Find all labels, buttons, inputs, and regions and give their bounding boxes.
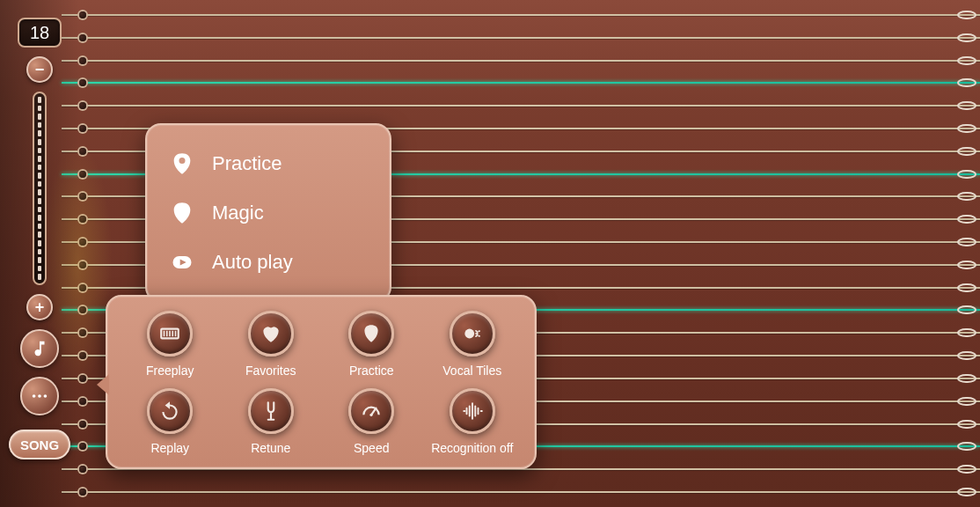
- more-dots-icon: [30, 386, 49, 406]
- mode-label: Auto play: [212, 251, 293, 274]
- binding-ring: [957, 192, 976, 201]
- volume-segment: [38, 274, 41, 280]
- binding-ring: [957, 33, 976, 42]
- string[interactable]: [62, 82, 980, 84]
- string[interactable]: [62, 60, 980, 62]
- binding-ring: [957, 124, 976, 133]
- volume-segment: [38, 156, 41, 162]
- binding-ring: [957, 283, 976, 292]
- settings-toolbar: Freeplay Favorites Practice Vocal Tiles …: [106, 295, 537, 469]
- volume-segment: [38, 97, 41, 103]
- binding-ring: [957, 305, 976, 314]
- tool-retune[interactable]: Retune: [221, 388, 322, 455]
- replay-icon: [158, 400, 181, 422]
- volume-segment: [38, 207, 41, 213]
- svg-point-2: [44, 394, 48, 398]
- volume-segment: [38, 122, 41, 129]
- volume-slider[interactable]: [33, 92, 47, 285]
- svg-point-1: [38, 394, 41, 398]
- volume-segment: [38, 139, 41, 145]
- right-binding-decor: [954, 0, 980, 507]
- volume-segment: [38, 148, 41, 154]
- tool-label: Practice: [349, 364, 394, 378]
- binding-ring: [957, 420, 976, 429]
- string[interactable]: [62, 14, 980, 16]
- mode-label: Practice: [212, 152, 282, 175]
- tool-label: Speed: [354, 441, 389, 455]
- tool-vocal-tiles[interactable]: Vocal Tiles: [422, 311, 523, 378]
- tool-label: Recognition off: [431, 441, 513, 455]
- tool-practice[interactable]: Practice: [321, 311, 422, 378]
- volume-segment: [38, 240, 41, 246]
- mode-practice[interactable]: Practice: [165, 139, 372, 188]
- tool-recognition[interactable]: Recognition off: [422, 388, 523, 455]
- tool-label: Vocal Tiles: [442, 364, 501, 378]
- plus-button[interactable]: +: [26, 294, 53, 320]
- tool-label: Favorites: [245, 364, 296, 378]
- string[interactable]: [62, 105, 980, 107]
- mode-autoplay[interactable]: Auto play: [165, 238, 372, 287]
- binding-ring: [957, 11, 976, 19]
- tool-label: Replay: [150, 441, 189, 455]
- left-controls: 18 − + SONG: [0, 0, 79, 507]
- svg-point-6: [370, 414, 373, 416]
- vocal-icon: [461, 322, 484, 345]
- volume-segment: [38, 215, 41, 221]
- svg-point-5: [464, 329, 474, 339]
- music-library-button[interactable]: [20, 329, 59, 368]
- pick-icon: [360, 322, 383, 345]
- tool-replay[interactable]: Replay: [120, 388, 221, 455]
- gauge-icon: [360, 400, 383, 422]
- string[interactable]: [62, 37, 980, 39]
- binding-ring: [957, 465, 976, 474]
- volume-segment: [38, 181, 41, 187]
- tool-label: Retune: [251, 441, 290, 455]
- volume-segment: [38, 114, 41, 120]
- volume-segment: [38, 189, 41, 195]
- mode-menu: Practice Magic Auto play: [145, 123, 391, 303]
- mode-label: Magic: [212, 202, 264, 224]
- heart-icon: [260, 322, 282, 345]
- volume-segment: [38, 266, 41, 272]
- volume-segment: [38, 198, 41, 204]
- binding-ring: [957, 238, 976, 246]
- binding-ring: [957, 442, 976, 451]
- minus-button[interactable]: −: [26, 56, 53, 83]
- svg-point-0: [33, 394, 36, 398]
- tool-speed[interactable]: Speed: [321, 388, 422, 455]
- binding-ring: [957, 351, 976, 360]
- waveform-icon: [461, 400, 484, 422]
- tool-label: Freeplay: [146, 364, 194, 378]
- binding-ring: [957, 374, 976, 383]
- tuning-fork-icon: [260, 400, 282, 422]
- volume-segment: [38, 165, 41, 171]
- practice-pick-icon: [170, 151, 194, 176]
- song-button[interactable]: SONG: [9, 430, 70, 459]
- volume-segment: [38, 257, 41, 263]
- string-counter: 18: [18, 18, 62, 48]
- binding-ring: [957, 56, 976, 65]
- binding-ring: [957, 488, 976, 496]
- binding-ring: [957, 147, 976, 156]
- more-button[interactable]: [20, 377, 59, 415]
- tool-favorites[interactable]: Favorites: [221, 311, 322, 378]
- binding-ring: [957, 78, 976, 87]
- binding-ring: [957, 261, 976, 269]
- volume-segment: [38, 231, 41, 238]
- magic-pick-icon: [170, 201, 194, 225]
- binding-ring: [957, 397, 976, 406]
- volume-segment: [38, 130, 41, 136]
- mode-magic[interactable]: Magic: [165, 188, 372, 238]
- keyboard-icon: [158, 322, 181, 345]
- volume-segment: [38, 106, 41, 112]
- volume-segment: [38, 224, 41, 230]
- play-icon: [170, 250, 194, 275]
- binding-ring: [957, 101, 976, 110]
- volume-segment: [38, 173, 41, 179]
- string[interactable]: [62, 491, 980, 493]
- tool-freeplay[interactable]: Freeplay: [120, 311, 221, 378]
- binding-ring: [957, 215, 976, 224]
- volume-segment: [38, 249, 41, 255]
- binding-ring: [957, 328, 976, 337]
- binding-ring: [957, 170, 976, 179]
